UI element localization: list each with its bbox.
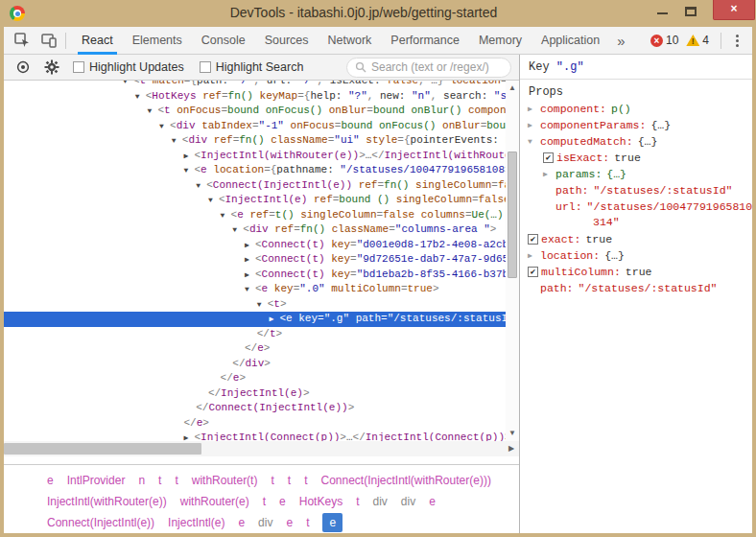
tree-row[interactable]: ▼<InjectIntl(e) ref=bound () singleColum… [4,193,506,208]
tree-row[interactable]: ▶<InjectIntl(withRouter(e))>…</InjectInt… [4,149,506,164]
prop-checkbox-checked[interactable]: ✔ [543,152,554,163]
breadcrumb-item[interactable]: n [138,474,145,487]
tab-performance[interactable]: Performance [381,27,469,55]
search-input[interactable] [371,60,503,74]
prop-checkbox-checked[interactable]: ✔ [528,267,538,277]
prop-row[interactable]: path:"/statuses/:statusId" [520,280,752,296]
prop-row[interactable]: ▶location:{…} [520,247,752,264]
tree-row[interactable]: </e> [4,341,506,357]
breadcrumb-item[interactable]: t [263,495,266,508]
tab-memory[interactable]: Memory [469,27,532,55]
breadcrumb-item[interactable]: t [306,516,309,529]
horizontal-scroll-thumb[interactable] [4,443,201,455]
maximize-button[interactable] [685,7,697,16]
prop-row[interactable]: ▶params:{…} [520,166,752,182]
expand-closed-icon[interactable]: ▶ [528,101,540,117]
tree-row[interactable]: ▼<t onFocus=bound onFocus() onBlur=bound… [4,104,506,119]
prop-row[interactable]: ▼computedMatch:{…} [520,133,752,150]
vertical-scroll-thumb[interactable] [508,152,517,278]
breadcrumb-item[interactable]: div [258,516,272,529]
kebab-menu-icon[interactable] [729,31,744,50]
tab-react[interactable]: React [72,27,123,55]
breadcrumb-item[interactable]: e [238,516,245,529]
breadcrumb-item[interactable]: t [304,474,307,487]
more-tabs-chevron[interactable]: » [609,33,632,49]
select-element-target-icon[interactable] [15,59,31,75]
tree-row[interactable]: ▶<Connect(t) key="d001e0d8-17b2-4e08-a2c… [4,238,506,253]
breadcrumb-item[interactable]: t [158,474,161,487]
breadcrumb-item[interactable]: div [372,495,387,508]
breadcrumb-item[interactable]: e [286,516,293,529]
breadcrumb-item[interactable]: e [429,495,436,508]
expand-closed-icon[interactable]: ▶ [528,117,540,133]
breadcrumb-item[interactable]: InjectIntl(e) [168,516,224,529]
breadcrumb-item[interactable]: t [175,474,177,487]
tree-row[interactable]: ▼<e location={pathname: "/statuses/10047… [4,163,506,178]
gear-icon[interactable] [44,59,59,75]
tree-row[interactable]: ▼<e key=".0" multiColumn=true> [4,282,506,297]
breadcrumb-item[interactable]: t [271,474,273,487]
breadcrumb-item[interactable]: e [279,495,286,508]
tab-network[interactable]: Network [319,27,382,55]
prop-row[interactable]: ▶componentParams:{…} [520,117,752,133]
device-toolbar-icon[interactable] [40,32,58,49]
breadcrumb-item[interactable]: e [47,474,54,487]
breadcrumb-item[interactable]: withRouter(e) [180,495,249,508]
breadcrumb-item[interactable]: div [401,495,415,508]
prop-row[interactable]: ✔multiColumn:true [520,264,752,280]
tree-row[interactable]: ▼<HotKeys ref=fn() keyMap={help: "?", ne… [4,89,506,105]
prop-row[interactable]: url:"/statuses/100477919658108 [520,198,752,215]
title-bar[interactable]: DevTools - itabashi.0j0.jp/web/getting-s… [0,0,756,27]
tree-row[interactable]: </e> [4,371,506,386]
scroll-right-arrow[interactable]: ▶ [506,443,517,455]
tree-row[interactable]: ▼<Connect(InjectIntl(e)) ref=fn() single… [4,178,506,194]
tree-row[interactable]: </Connect(InjectIntl(e))> [4,401,506,416]
error-icon[interactable]: × [650,35,663,47]
tree-row[interactable]: </div> [4,357,506,372]
tree-row[interactable]: ▼<e ref=t() singleColumn=false columns=U… [4,208,506,223]
breadcrumb-item[interactable]: withRouter(t) [192,474,258,487]
horizontal-scrollbar[interactable]: ▶ [4,441,519,456]
tree-row[interactable]: ▼<t> [4,297,506,313]
breadcrumb-item[interactable]: t [356,495,359,508]
breadcrumb-item[interactable]: Connect(InjectIntl(e)) [47,516,154,529]
prop-checkbox-checked[interactable]: ✔ [528,234,538,245]
tab-console[interactable]: Console [192,27,255,55]
tab-elements[interactable]: Elements [123,27,192,55]
scroll-down-arrow[interactable]: ▼ [506,428,519,439]
tab-sources[interactable]: Sources [255,27,319,55]
tree-row-selected[interactable]: ▶<e key=".g" path="/statuses/:statusId" … [4,312,506,327]
breadcrumb-item[interactable]: t [288,474,291,487]
tree-row[interactable]: ▼<t match={path: "/", url: "/", isExact:… [4,81,506,89]
breadcrumb-item[interactable]: IntlProvider [67,474,126,487]
inspect-element-icon[interactable] [13,32,31,49]
scroll-up-arrow[interactable]: ▲ [506,82,519,94]
expand-closed-icon[interactable]: ▶ [528,247,540,264]
warning-icon[interactable]: ! [686,35,699,46]
breadcrumb-item[interactable]: Connect(InjectIntl(withRouter(e))) [320,474,490,487]
highlight-updates-checkbox[interactable] [73,61,84,73]
tree-row[interactable]: ▶<Connect(t) key="9d72651e-dab7-47a7-9d6… [4,252,506,268]
vertical-scrollbar[interactable]: ▲ ▼ [506,81,519,441]
breadcrumb-item[interactable]: HotKeys [299,495,343,508]
tree-row[interactable]: </e> [4,416,506,432]
minimize-button[interactable] [657,12,668,14]
tree-row[interactable]: </t> [4,327,506,342]
breadcrumb-item[interactable]: InjectIntl(withRouter(e)) [47,495,167,508]
prop-row[interactable]: ✔isExact:true [520,150,752,166]
tree-row[interactable]: ▼<div tabIndex="-1" onFocus=bound onFocu… [4,119,506,134]
search-box[interactable] [346,58,511,78]
tab-application[interactable]: Application [532,27,609,55]
expand-closed-icon[interactable]: ▶ [543,166,555,182]
tree-row[interactable]: ▼<div ref=fn() className="columns-area "… [4,222,506,238]
tree-row[interactable]: ▶<InjectIntl(Connect(p))>…</InjectIntl(C… [4,431,506,441]
tree-row[interactable]: ▼<div ref=fn() className="ui" style={poi… [4,133,506,149]
prop-row[interactable]: ▶component:p() [520,101,752,117]
highlight-search-checkbox[interactable] [200,61,211,73]
tree-row[interactable]: ▶<Connect(t) key="bd1eba2b-8f35-4166-b37… [4,268,506,283]
breadcrumb-item[interactable]: e [322,513,343,532]
prop-row[interactable]: ✔exact:true [520,231,752,247]
tree-row[interactable]: </InjectIntl(e)> [4,386,506,402]
close-button[interactable]: × [713,0,755,20]
prop-row[interactable]: path:"/statuses/:statusId" [520,182,752,198]
